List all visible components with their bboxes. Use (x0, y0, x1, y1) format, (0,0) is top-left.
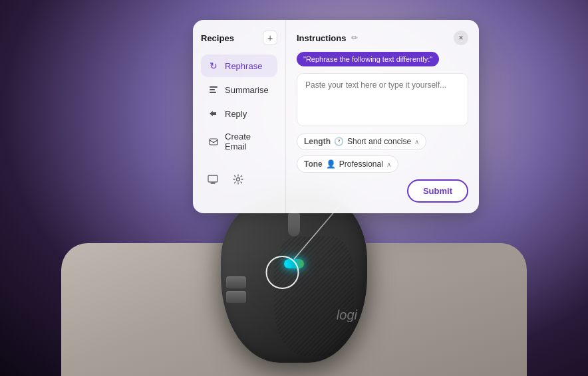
monitor-icon-button[interactable] (204, 170, 222, 189)
instructions-panel: Instructions ✏ × "Rephrase the following… (286, 20, 479, 213)
submit-button[interactable]: Submit (407, 179, 468, 203)
edit-icon[interactable]: ✏ (351, 33, 358, 43)
instructions-title-row: Instructions ✏ (297, 33, 358, 43)
mouse-side-btn-bottom (226, 291, 246, 303)
popup-card: Recipes + ↻ Rephrase Summarise (193, 20, 479, 213)
mouse-side-buttons (226, 276, 246, 303)
recipes-title: Recipes (201, 33, 234, 43)
recipe-item-reply[interactable]: Reply (201, 102, 277, 125)
reply-icon (208, 108, 220, 120)
svg-rect-4 (210, 139, 218, 145)
recipe-item-summarise[interactable]: Summarise (201, 78, 277, 101)
recipe-label-create-email: Create Email (225, 132, 271, 151)
close-button[interactable]: × (454, 31, 468, 45)
instructions-header: Instructions ✏ × (297, 31, 468, 45)
length-value: Short and concise (347, 137, 411, 146)
svg-rect-1 (210, 86, 218, 88)
options-row: Length 🕐 Short and concise ∧ Tone 👤 Prof… (297, 133, 468, 173)
recipes-panel: Recipes + ↻ Rephrase Summarise (193, 20, 286, 213)
instructions-title: Instructions (297, 33, 346, 43)
add-recipe-button[interactable]: + (263, 31, 277, 45)
svg-rect-3 (210, 92, 216, 93)
text-input[interactable] (297, 73, 468, 126)
length-chip[interactable]: Length 🕐 Short and concise ∧ (297, 133, 426, 150)
tone-chevron-up-icon: ∧ (386, 161, 391, 168)
length-label: Length (304, 137, 331, 146)
tone-chip[interactable]: Tone 👤 Professional ∧ (297, 155, 398, 173)
person-icon: 👤 (326, 159, 336, 169)
recipe-item-rephrase[interactable]: ↻ Rephrase (201, 54, 277, 77)
recipes-footer (201, 170, 277, 189)
svg-point-6 (237, 178, 240, 181)
mouse-logo: logi (337, 308, 357, 323)
mouse-callout-circle (266, 256, 299, 289)
recipe-item-create-email[interactable]: Create Email (201, 126, 277, 157)
recipe-label-summarise: Summarise (225, 85, 269, 95)
mouse-scroll (288, 210, 300, 236)
settings-icon-button[interactable] (229, 170, 247, 189)
svg-rect-5 (208, 175, 218, 182)
recipe-label-rephrase: Rephrase (225, 61, 262, 71)
create-email-icon (208, 136, 220, 147)
mouse-body: logi (221, 190, 367, 363)
clock-icon: 🕐 (334, 137, 344, 146)
tone-value: Professional (339, 159, 383, 169)
length-chevron-up-icon: ∧ (414, 138, 419, 145)
instruction-badge: "Rephrase the following text differently… (297, 52, 439, 66)
rephrase-icon: ↻ (208, 60, 220, 72)
mouse-texture (274, 236, 354, 356)
summarise-icon (208, 84, 220, 96)
tone-label: Tone (304, 159, 323, 169)
svg-rect-2 (210, 89, 215, 90)
submit-row: Submit (297, 179, 468, 203)
recipe-label-reply: Reply (225, 109, 247, 119)
mouse-side-btn-top (226, 276, 246, 288)
recipes-header: Recipes + (201, 31, 277, 45)
